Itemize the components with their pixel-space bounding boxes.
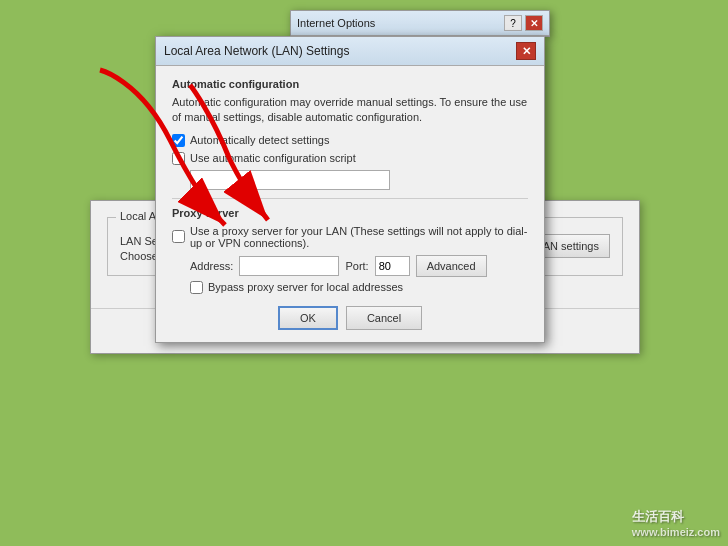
close-button-small[interactable]: ✕ (525, 15, 543, 31)
auto-config-desc: Automatic configuration may override man… (172, 95, 528, 126)
lan-dialog-body: Automatic configuration Automatic config… (156, 66, 544, 342)
lan-close-button[interactable]: ✕ (516, 42, 536, 60)
bypass-checkbox[interactable] (190, 281, 203, 294)
auto-detect-label: Automatically detect settings (190, 134, 329, 146)
address-label: Address: (190, 260, 233, 272)
bypass-label: Bypass proxy server for local addresses (208, 281, 403, 293)
bypass-row: Bypass proxy server for local addresses (190, 281, 528, 294)
dialog-buttons: OK Cancel (172, 306, 528, 330)
divider (172, 198, 528, 199)
titlebar-controls: ? ✕ (504, 15, 543, 31)
address-port-row: Address: Port: Advanced (190, 255, 528, 277)
lan-dialog-title: Local Area Network (LAN) Settings (164, 44, 349, 58)
lan-titlebar: Local Area Network (LAN) Settings ✕ (156, 37, 544, 66)
port-label: Port: (345, 260, 368, 272)
use-script-checkbox[interactable] (172, 152, 185, 165)
auto-config-section-title: Automatic configuration (172, 78, 528, 90)
proxy-port-input[interactable] (375, 256, 410, 276)
lan-settings-dialog: Local Area Network (LAN) Settings ✕ Auto… (155, 36, 545, 343)
use-proxy-checkbox[interactable] (172, 230, 185, 243)
script-address-input[interactable] (190, 170, 390, 190)
cancel-button[interactable]: Cancel (346, 306, 422, 330)
internet-options-titlebar: Internet Options ? ✕ (291, 11, 549, 36)
ok-button[interactable]: OK (278, 306, 338, 330)
internet-options-dialog: Internet Options ? ✕ (290, 10, 550, 37)
help-button[interactable]: ? (504, 15, 522, 31)
proxy-address-input[interactable] (239, 256, 339, 276)
watermark-site: www.bimeiz.com (632, 526, 720, 538)
internet-options-title: Internet Options (297, 17, 375, 29)
advanced-button[interactable]: Advanced (416, 255, 487, 277)
watermark: 生活百科 www.bimeiz.com (632, 508, 720, 538)
watermark-text: 生活百科 (632, 508, 720, 526)
use-proxy-label: Use a proxy server for your LAN (These s… (190, 225, 528, 249)
auto-detect-row: Automatically detect settings (172, 134, 528, 147)
proxy-section-label: Proxy server (172, 207, 528, 219)
auto-detect-checkbox[interactable] (172, 134, 185, 147)
use-proxy-row: Use a proxy server for your LAN (These s… (172, 225, 528, 249)
use-script-row: Use automatic configuration script (172, 152, 528, 165)
use-script-label: Use automatic configuration script (190, 152, 356, 164)
